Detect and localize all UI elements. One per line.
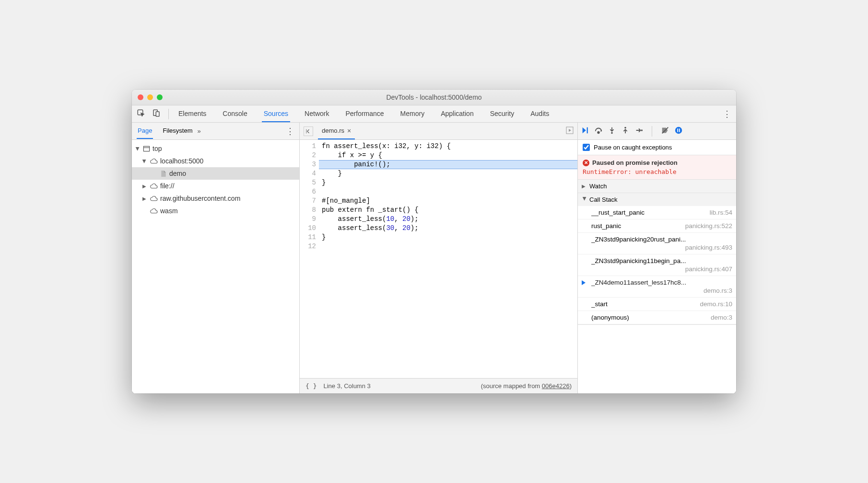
frame-function: rust_panic <box>591 222 621 230</box>
divider <box>168 109 169 119</box>
source-map-info: (source mapped from 006e4226) <box>481 382 572 390</box>
paused-title: Paused on promise rejection <box>592 159 678 166</box>
paused-message: ✕ Paused on promise rejection RuntimeErr… <box>578 155 736 180</box>
device-toggle-icon[interactable] <box>152 109 161 119</box>
callstack-panel-header[interactable]: ▶ Call Stack <box>578 193 736 206</box>
tree-item[interactable]: wasm <box>132 205 299 217</box>
tree-item[interactable]: ▶file:// <box>132 180 299 192</box>
svg-point-9 <box>611 132 613 134</box>
tab-memory[interactable]: Memory <box>399 106 427 122</box>
tree-item-label: wasm <box>160 207 178 215</box>
error-icon: ✕ <box>583 160 589 166</box>
step-over-button[interactable] <box>594 126 603 136</box>
frame-function: _ZN4demo11assert_less17hc8... <box>591 279 686 286</box>
tree-item[interactable]: ▶top <box>132 142 299 155</box>
paused-error-text: RuntimeError: unreachable <box>583 168 731 175</box>
debugger-pane: Pause on caught exceptions ✕ Paused on p… <box>578 123 736 393</box>
stack-frame[interactable]: _ZN3std9panicking11begin_pa...panicking.… <box>578 254 736 276</box>
navigator-tab-page[interactable]: Page <box>137 123 153 139</box>
titlebar: DevTools - localhost:5000/demo <box>132 90 736 105</box>
tree-item[interactable]: demo <box>132 167 299 180</box>
run-snippet-icon[interactable] <box>566 126 574 136</box>
stack-frame[interactable]: _ZN4demo11assert_less17hc8...demo.rs:3 <box>578 276 736 298</box>
pause-on-caught-option[interactable]: Pause on caught exceptions <box>578 140 736 155</box>
frame-location: demo.rs:10 <box>700 300 732 308</box>
devtools-window: DevTools - localhost:5000/demo ElementsC… <box>132 90 736 393</box>
pretty-print-button[interactable]: { } <box>305 382 317 390</box>
svg-rect-15 <box>679 128 680 132</box>
stack-frame[interactable]: rust_panicpanicking.rs:522 <box>578 219 736 233</box>
frame-function: _start <box>591 300 608 308</box>
main-area: PageFilesystem » ⋮ ▶top▶localhost:5000de… <box>132 123 736 393</box>
stack-frame[interactable]: _startdemo.rs:10 <box>578 298 736 311</box>
main-toolbar: ElementsConsoleSourcesNetworkPerformance… <box>132 105 736 123</box>
source-map-link[interactable]: 006e4226 <box>542 382 570 390</box>
file-tab-demo-rs[interactable]: demo.rs × <box>318 123 355 139</box>
tab-audits[interactable]: Audits <box>528 106 551 122</box>
navigator-header: PageFilesystem » ⋮ <box>132 123 299 140</box>
frame-location: panicking.rs:493 <box>685 244 732 251</box>
file-icon <box>160 170 167 177</box>
cloud-icon <box>150 195 158 202</box>
tree-item-label: top <box>152 145 162 152</box>
navigator-menu-icon[interactable]: ⋮ <box>286 126 294 137</box>
tab-application[interactable]: Application <box>439 106 476 122</box>
stack-frame[interactable]: (anonymous)demo:3 <box>578 311 736 324</box>
cloud-icon <box>150 183 158 190</box>
svg-point-8 <box>598 132 599 134</box>
editor-tabbar: demo.rs × <box>300 123 577 140</box>
frame-location: demo:3 <box>711 314 732 321</box>
watch-label: Watch <box>589 183 607 190</box>
code-editor[interactable]: 123456789101112 fn assert_less(x: i32, y… <box>300 140 577 378</box>
close-tab-icon[interactable]: × <box>347 127 351 135</box>
stack-frame[interactable]: __rust_start_paniclib.rs:54 <box>578 206 736 219</box>
svg-point-13 <box>675 127 682 134</box>
svg-point-11 <box>641 129 643 131</box>
tab-network[interactable]: Network <box>303 106 331 122</box>
frame-function: _ZN3std9panicking11begin_pa... <box>591 257 686 264</box>
svg-point-10 <box>624 127 626 129</box>
pause-caught-label: Pause on caught exceptions <box>594 144 672 151</box>
chevron-right-icon: ▶ <box>582 184 587 189</box>
kebab-menu-icon[interactable]: ⋮ <box>723 109 731 119</box>
line-gutter: 123456789101112 <box>300 140 319 378</box>
resume-button[interactable] <box>581 126 589 136</box>
tab-security[interactable]: Security <box>488 106 516 122</box>
inspect-element-icon[interactable] <box>137 109 145 119</box>
pause-caught-checkbox[interactable] <box>583 144 590 151</box>
svg-rect-7 <box>587 127 588 134</box>
svg-rect-5 <box>306 129 307 133</box>
debug-controls <box>578 123 736 140</box>
tree-item[interactable]: ▶raw.githubusercontent.com <box>132 192 299 205</box>
tab-elements[interactable]: Elements <box>176 106 208 122</box>
frame-function: __rust_start_panic <box>591 209 645 216</box>
tree-item-label: raw.githubusercontent.com <box>160 195 240 202</box>
tab-performance[interactable]: Performance <box>343 106 386 122</box>
history-nav-button[interactable] <box>304 126 313 136</box>
frame-location: lib.rs:54 <box>710 209 732 216</box>
step-out-button[interactable] <box>621 126 630 136</box>
callstack-label: Call Stack <box>589 196 618 203</box>
editor-pane: demo.rs × 123456789101112 fn assert_less… <box>300 123 578 393</box>
cloud-icon <box>150 158 158 165</box>
tab-console[interactable]: Console <box>221 106 249 122</box>
frame-location: demo.rs:3 <box>704 287 732 294</box>
frame-location: panicking.rs:522 <box>685 222 732 230</box>
step-button[interactable] <box>634 126 643 136</box>
cloud-icon <box>150 207 158 215</box>
step-into-button[interactable] <box>608 126 616 136</box>
stack-frame[interactable]: _ZN3std9panicking20rust_pani...panicking… <box>578 233 736 254</box>
tab-sources[interactable]: Sources <box>262 106 290 122</box>
deactivate-breakpoints-button[interactable] <box>661 126 669 136</box>
watch-panel-header[interactable]: ▶ Watch <box>578 180 736 193</box>
navigator-tabs: PageFilesystem <box>137 123 194 139</box>
navigator-tab-filesystem[interactable]: Filesystem <box>162 123 193 139</box>
tree-item-label: file:// <box>160 182 175 190</box>
code-body[interactable]: fn assert_less(x: i32, y: i32) { if x >=… <box>319 140 577 378</box>
tree-item[interactable]: ▶localhost:5000 <box>132 155 299 167</box>
svg-rect-2 <box>156 112 159 116</box>
pause-exceptions-button[interactable] <box>674 126 683 136</box>
svg-rect-3 <box>143 146 149 151</box>
svg-rect-14 <box>677 128 678 132</box>
navigator-more-tabs[interactable]: » <box>198 127 201 135</box>
